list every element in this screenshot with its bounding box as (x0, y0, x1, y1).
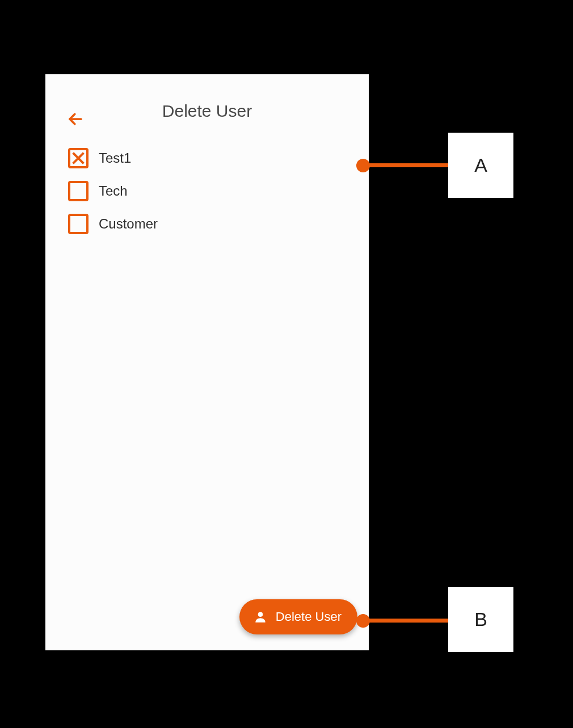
back-button[interactable] (66, 109, 85, 129)
user-label: Customer (99, 216, 158, 232)
list-item: Tech (68, 181, 346, 201)
user-label: Tech (99, 183, 128, 199)
page-title: Delete User (62, 101, 352, 121)
callout-label-a: A (448, 133, 513, 198)
callout-connector-b (363, 619, 449, 623)
arrow-left-icon (67, 111, 84, 128)
connector-dot-icon (356, 159, 370, 172)
list-item: Customer (68, 214, 346, 234)
callout-label-b: B (448, 587, 513, 652)
checkbox-customer[interactable] (68, 214, 89, 234)
list-item: Test1 (68, 148, 346, 168)
header: Delete User (45, 74, 369, 138)
person-icon (253, 610, 268, 624)
svg-point-7 (258, 612, 263, 617)
delete-user-button[interactable]: Delete User (239, 599, 357, 634)
fab-label: Delete User (276, 610, 342, 624)
app-screen: Delete User Test1 Tech (45, 74, 369, 650)
callout-connector-a (363, 163, 449, 167)
user-list: Test1 Tech Customer (45, 138, 369, 257)
checkbox-tech[interactable] (68, 181, 89, 201)
x-mark-icon (71, 151, 85, 165)
user-label: Test1 (99, 150, 131, 166)
checkbox-test1[interactable] (68, 148, 89, 168)
connector-dot-icon (356, 614, 370, 628)
